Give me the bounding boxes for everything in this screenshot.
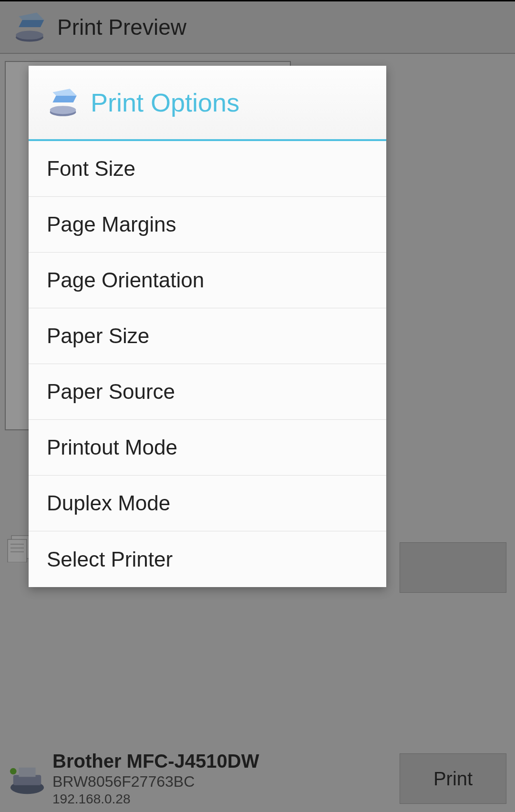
option-page-orientation[interactable]: Page Orientation <box>29 253 386 308</box>
option-label: Duplex Mode <box>47 491 170 515</box>
print-options-dialog: Print Options Font Size Page Margins Pag… <box>29 66 386 587</box>
dialog-header: Print Options <box>29 66 386 141</box>
option-duplex-mode[interactable]: Duplex Mode <box>29 476 386 531</box>
option-label: Printout Mode <box>47 436 177 459</box>
dialog-title: Print Options <box>91 88 239 117</box>
option-label: Paper Source <box>47 380 175 404</box>
option-label: Select Printer <box>47 548 173 571</box>
option-label: Paper Size <box>47 324 149 348</box>
svg-marker-15 <box>52 96 76 102</box>
option-paper-size[interactable]: Paper Size <box>29 308 386 364</box>
option-page-margins[interactable]: Page Margins <box>29 197 386 253</box>
option-select-printer[interactable]: Select Printer <box>29 531 386 587</box>
option-printout-mode[interactable]: Printout Mode <box>29 420 386 476</box>
option-label: Page Margins <box>47 213 176 236</box>
option-label: Font Size <box>47 157 135 181</box>
scanner-icon <box>46 85 80 120</box>
option-paper-source[interactable]: Paper Source <box>29 364 386 420</box>
option-font-size[interactable]: Font Size <box>29 141 386 197</box>
option-label: Page Orientation <box>47 268 204 292</box>
svg-point-14 <box>50 106 76 114</box>
svg-marker-16 <box>52 89 76 95</box>
